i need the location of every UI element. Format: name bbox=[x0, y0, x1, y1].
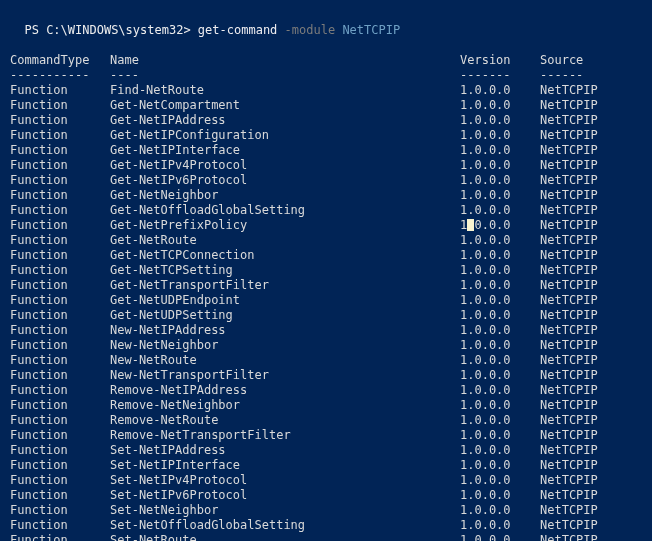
prompt-line[interactable]: PS C:\WINDOWS\system32> get-command -mod… bbox=[10, 8, 642, 38]
cell-source: NetTCPIP bbox=[540, 113, 620, 128]
table-row: FunctionGet-NetUDPEndpoint1.0.0.0NetTCPI… bbox=[10, 293, 642, 308]
table-row: FunctionNew-NetTransportFilter1.0.0.0Net… bbox=[10, 368, 642, 383]
table-row: FunctionNew-NetNeighbor1.0.0.0NetTCPIP bbox=[10, 338, 642, 353]
cell-commandtype: Function bbox=[10, 233, 110, 248]
cell-source: NetTCPIP bbox=[540, 533, 620, 541]
cell-source: NetTCPIP bbox=[540, 233, 620, 248]
cell-name: Get-NetNeighbor bbox=[110, 188, 460, 203]
cell-commandtype: Function bbox=[10, 413, 110, 428]
cell-version: 1.0.0.0 bbox=[460, 263, 540, 278]
cell-source: NetTCPIP bbox=[540, 308, 620, 323]
cell-source: NetTCPIP bbox=[540, 83, 620, 98]
cell-name: Get-NetCompartment bbox=[110, 98, 460, 113]
cell-version: 1.0.0.0 bbox=[460, 188, 540, 203]
cell-commandtype: Function bbox=[10, 293, 110, 308]
cell-name: New-NetNeighbor bbox=[110, 338, 460, 353]
table-row: FunctionGet-NetRoute1.0.0.0NetTCPIP bbox=[10, 233, 642, 248]
cell-version: 1.0.0.0 bbox=[460, 293, 540, 308]
cell-commandtype: Function bbox=[10, 383, 110, 398]
cell-source: NetTCPIP bbox=[540, 383, 620, 398]
command-argument: NetTCPIP bbox=[342, 23, 400, 37]
command-text: get-command bbox=[198, 23, 277, 37]
cell-version: 1.0.0.0 bbox=[460, 398, 540, 413]
dash-source: ------ bbox=[540, 68, 620, 83]
cell-version: 1.0.0.0 bbox=[460, 443, 540, 458]
cell-version: 1.0.0.0 bbox=[460, 173, 540, 188]
cell-commandtype: Function bbox=[10, 518, 110, 533]
cell-commandtype: Function bbox=[10, 368, 110, 383]
cell-commandtype: Function bbox=[10, 218, 110, 233]
cell-name: Get-NetIPAddress bbox=[110, 113, 460, 128]
cell-version: 1.0.0.0 bbox=[460, 203, 540, 218]
cell-commandtype: Function bbox=[10, 113, 110, 128]
cell-version: 1.0.0.0 bbox=[460, 308, 540, 323]
table-row: FunctionGet-NetCompartment1.0.0.0NetTCPI… bbox=[10, 98, 642, 113]
cell-source: NetTCPIP bbox=[540, 353, 620, 368]
cell-source: NetTCPIP bbox=[540, 428, 620, 443]
cell-version: 1.0.0.0 bbox=[460, 533, 540, 541]
cell-version: 1.0.0.0 bbox=[460, 458, 540, 473]
table-row: FunctionSet-NetIPAddress1.0.0.0NetTCPIP bbox=[10, 443, 642, 458]
cell-version: 1.0.0.0 bbox=[460, 83, 540, 98]
cell-name: Get-NetUDPEndpoint bbox=[110, 293, 460, 308]
cell-source: NetTCPIP bbox=[540, 293, 620, 308]
table-row: FunctionGet-NetUDPSetting1.0.0.0NetTCPIP bbox=[10, 308, 642, 323]
table-dashes: ----------- ---- ------- ------ bbox=[10, 68, 642, 83]
table-row: FunctionGet-NetTCPSetting1.0.0.0NetTCPIP bbox=[10, 263, 642, 278]
table-row: FunctionGet-NetIPInterface1.0.0.0NetTCPI… bbox=[10, 143, 642, 158]
cell-source: NetTCPIP bbox=[540, 158, 620, 173]
cell-version: 1.0.0.0 bbox=[460, 368, 540, 383]
table-row: FunctionSet-NetOffloadGlobalSetting1.0.0… bbox=[10, 518, 642, 533]
cell-name: Remove-NetIPAddress bbox=[110, 383, 460, 398]
cell-commandtype: Function bbox=[10, 278, 110, 293]
cell-source: NetTCPIP bbox=[540, 173, 620, 188]
cell-name: Get-NetOffloadGlobalSetting bbox=[110, 203, 460, 218]
cell-version: 1.0.0.0 bbox=[460, 233, 540, 248]
cell-name: Get-NetTCPConnection bbox=[110, 248, 460, 263]
cell-name: New-NetTransportFilter bbox=[110, 368, 460, 383]
cell-source: NetTCPIP bbox=[540, 503, 620, 518]
table-row: FunctionGet-NetTCPConnection1.0.0.0NetTC… bbox=[10, 248, 642, 263]
dash-name: ---- bbox=[110, 68, 460, 83]
cell-commandtype: Function bbox=[10, 203, 110, 218]
cell-commandtype: Function bbox=[10, 488, 110, 503]
table-row: FunctionGet-NetIPv4Protocol1.0.0.0NetTCP… bbox=[10, 158, 642, 173]
cell-source: NetTCPIP bbox=[540, 488, 620, 503]
cell-commandtype: Function bbox=[10, 263, 110, 278]
cell-name: Get-NetIPv6Protocol bbox=[110, 173, 460, 188]
table-row: FunctionRemove-NetIPAddress1.0.0.0NetTCP… bbox=[10, 383, 642, 398]
command-parameter: -module bbox=[285, 23, 336, 37]
table-row: FunctionGet-NetIPConfiguration1.0.0.0Net… bbox=[10, 128, 642, 143]
table-row: FunctionGet-NetIPv6Protocol1.0.0.0NetTCP… bbox=[10, 173, 642, 188]
header-version: Version bbox=[460, 53, 540, 68]
cell-version: 1.0.0.0 bbox=[460, 503, 540, 518]
cell-name: Get-NetTCPSetting bbox=[110, 263, 460, 278]
cell-version: 1.0.0.0 bbox=[460, 158, 540, 173]
cell-version: 1.0.0.0 bbox=[460, 218, 540, 233]
cell-name: Get-NetTransportFilter bbox=[110, 278, 460, 293]
table-row: FunctionSet-NetNeighbor1.0.0.0NetTCPIP bbox=[10, 503, 642, 518]
cell-name: Get-NetIPInterface bbox=[110, 143, 460, 158]
cell-name: Remove-NetRoute bbox=[110, 413, 460, 428]
cell-commandtype: Function bbox=[10, 158, 110, 173]
table-row: FunctionSet-NetIPv4Protocol1.0.0.0NetTCP… bbox=[10, 473, 642, 488]
cell-name: Get-NetPrefixPolicy bbox=[110, 218, 460, 233]
cell-source: NetTCPIP bbox=[540, 413, 620, 428]
cell-version: 1.0.0.0 bbox=[460, 338, 540, 353]
table-row: FunctionGet-NetPrefixPolicy1.0.0.0NetTCP… bbox=[10, 218, 642, 233]
cell-version: 1.0.0.0 bbox=[460, 323, 540, 338]
cell-name: Get-NetRoute bbox=[110, 233, 460, 248]
cell-source: NetTCPIP bbox=[540, 473, 620, 488]
cell-source: NetTCPIP bbox=[540, 323, 620, 338]
cell-commandtype: Function bbox=[10, 338, 110, 353]
table-row: FunctionSet-NetIPv6Protocol1.0.0.0NetTCP… bbox=[10, 488, 642, 503]
table-row: FunctionRemove-NetNeighbor1.0.0.0NetTCPI… bbox=[10, 398, 642, 413]
cell-commandtype: Function bbox=[10, 143, 110, 158]
cell-source: NetTCPIP bbox=[540, 218, 620, 233]
table-row: FunctionSet-NetIPInterface1.0.0.0NetTCPI… bbox=[10, 458, 642, 473]
table-row: FunctionGet-NetIPAddress1.0.0.0NetTCPIP bbox=[10, 113, 642, 128]
table-row: FunctionSet-NetRoute1.0.0.0NetTCPIP bbox=[10, 533, 642, 541]
table-row: FunctionGet-NetNeighbor1.0.0.0NetTCPIP bbox=[10, 188, 642, 203]
cell-version: 1.0.0.0 bbox=[460, 143, 540, 158]
cell-commandtype: Function bbox=[10, 308, 110, 323]
